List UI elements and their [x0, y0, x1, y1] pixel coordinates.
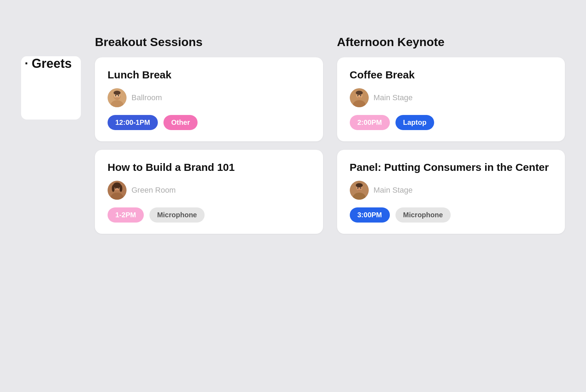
svg-point-19: [360, 95, 361, 96]
partial-card: · Greets: [21, 56, 81, 120]
svg-point-24: [357, 187, 358, 189]
afternoon-title: Afternoon Keynote: [337, 35, 565, 49]
card-lunch-break: Lunch Break B: [95, 57, 323, 141]
card-brand-101-tags: 1-2PM Microphone: [108, 207, 310, 223]
card-lunch-break-tags: 12:00-1PM Other: [108, 115, 310, 130]
tag-time-coffee: 2:00PM: [350, 115, 390, 130]
tag-type-coffee: Laptop: [395, 115, 434, 130]
left-partial-column: · Greets: [21, 35, 81, 371]
avatar-coffee-break: [350, 88, 369, 107]
svg-point-5: [118, 95, 119, 96]
card-coffee-break-title: Coffee Break: [350, 69, 553, 81]
afternoon-column: Afternoon Keynote Coffee Break: [337, 35, 565, 371]
svg-point-13: [112, 185, 115, 192]
avatar-brand-101: [108, 181, 127, 200]
avatar-lunch-break: [108, 88, 127, 107]
tag-type-panel: Microphone: [395, 207, 451, 223]
card-brand-101-location: Green Room: [131, 186, 176, 195]
card-brand-101-meta: Green Room: [108, 181, 310, 200]
card-coffee-break-tags: 2:00PM Laptop: [350, 115, 553, 130]
breakout-cards-list: Lunch Break B: [95, 57, 323, 234]
tag-time-panel: 3:00PM: [350, 207, 390, 223]
svg-point-4: [115, 95, 116, 96]
page-container: · Greets Breakout Sessions Lunch Break: [0, 0, 586, 392]
svg-point-20: [356, 91, 363, 95]
tag-type-brand: Microphone: [149, 207, 205, 223]
breakout-column: Breakout Sessions Lunch Break: [95, 35, 323, 371]
card-brand-101-title: How to Build a Brand 101: [108, 161, 310, 174]
card-panel-location: Main Stage: [374, 186, 413, 195]
svg-point-6: [114, 91, 121, 95]
afternoon-cards-list: Coffee Break Main Stage: [337, 57, 565, 234]
tag-type-lunch: Other: [163, 115, 198, 130]
svg-point-18: [357, 95, 358, 96]
card-coffee-break: Coffee Break Main Stage: [337, 57, 565, 141]
card-panel-tags: 3:00PM Microphone: [350, 207, 553, 223]
card-brand-101: How to Build a Brand 101: [95, 150, 323, 234]
avatar-panel: [350, 181, 369, 200]
tag-time-brand: 1-2PM: [108, 207, 144, 223]
svg-point-25: [360, 187, 361, 189]
card-lunch-break-title: Lunch Break: [108, 69, 310, 81]
card-panel-title: Panel: Putting Consumers in the Center: [350, 161, 553, 174]
svg-point-26: [356, 183, 363, 187]
card-coffee-break-meta: Main Stage: [350, 88, 553, 107]
card-panel: Panel: Putting Consumers in the Center: [337, 150, 565, 234]
card-panel-meta: Main Stage: [350, 181, 553, 200]
svg-point-14: [120, 185, 122, 192]
card-lunch-break-location: Ballroom: [131, 93, 162, 102]
partial-title: · Greets: [21, 49, 72, 71]
card-lunch-break-meta: Ballroom: [108, 88, 310, 107]
breakout-title: Breakout Sessions: [95, 35, 323, 49]
tag-time-lunch: 12:00-1PM: [108, 115, 158, 130]
card-coffee-break-location: Main Stage: [374, 93, 413, 102]
